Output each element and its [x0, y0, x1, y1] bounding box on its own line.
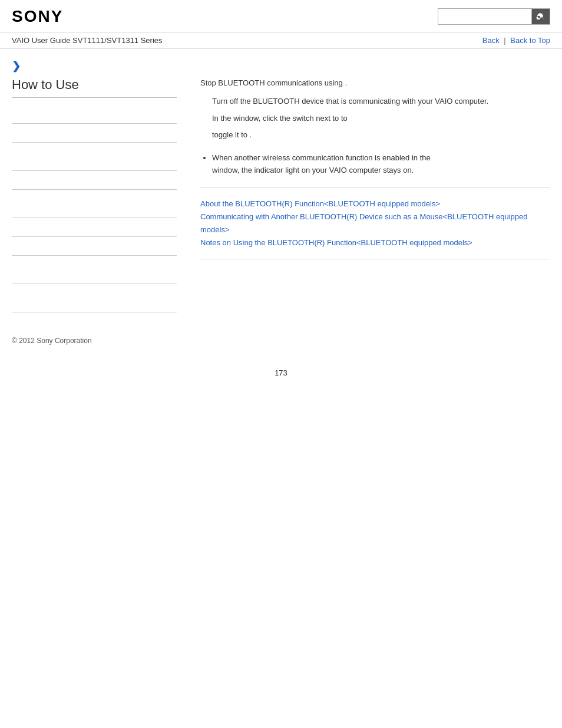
- step-3a-text: In the window, click the switch next to …: [212, 113, 550, 125]
- back-link[interactable]: Back: [482, 36, 500, 45]
- sidebar-gap: [12, 284, 177, 294]
- breadcrumb-chevron[interactable]: ❯: [12, 60, 21, 73]
- back-to-top-link[interactable]: Back to Top: [510, 36, 550, 45]
- search-button[interactable]: [531, 8, 550, 25]
- list-item: [12, 152, 177, 171]
- section-divider: [200, 187, 550, 188]
- sidebar-gap: [12, 256, 177, 265]
- footer: © 2012 Sony Corporation: [0, 312, 562, 357]
- nav-bar: VAIO User Guide SVT1111/SVT1311 Series B…: [0, 32, 562, 49]
- step-1-text: Stop BLUETOOTH communications using .: [200, 77, 550, 90]
- list-item: [12, 199, 177, 218]
- step-block-1: Stop BLUETOOTH communications using . Tu…: [200, 77, 550, 141]
- links-section: About the BLUETOOTH(R) Function<BLUETOOT…: [200, 197, 550, 249]
- guide-title: VAIO User Guide SVT1111/SVT1311 Series: [12, 36, 163, 45]
- list-item: [12, 237, 177, 256]
- page-number: 173: [0, 357, 562, 389]
- sidebar: How to Use: [12, 77, 189, 312]
- search-input[interactable]: [438, 8, 532, 25]
- step-3b-text: toggle it to .: [212, 129, 550, 141]
- header: SONY: [0, 0, 562, 32]
- bullet-item-1: When another wireless communication func…: [212, 152, 550, 177]
- content-link-2[interactable]: Communicating with Another BLUETOOTH(R) …: [200, 210, 550, 236]
- search-area: [438, 8, 550, 25]
- list-item: [12, 105, 177, 124]
- search-icon: [536, 12, 546, 21]
- copyright-text: © 2012 Sony Corporation: [12, 337, 92, 345]
- sony-logo: SONY: [12, 7, 63, 26]
- breadcrumb-area: ❯: [0, 49, 562, 77]
- nav-separator: |: [504, 36, 505, 45]
- section-divider-2: [200, 259, 550, 259]
- sidebar-gap: [12, 143, 177, 152]
- bullet-list: When another wireless communication func…: [212, 152, 550, 177]
- nav-links: Back | Back to Top: [482, 36, 550, 45]
- content-link-1[interactable]: About the BLUETOOTH(R) Function<BLUETOOT…: [200, 197, 550, 210]
- bullet-block: When another wireless communication func…: [200, 152, 550, 177]
- main-layout: How to Use Stop BLUETOOTH communications…: [0, 77, 562, 312]
- list-item: [12, 294, 177, 312]
- list-item: [12, 171, 177, 190]
- content-link-3[interactable]: Notes on Using the BLUETOOTH(R) Function…: [200, 236, 550, 249]
- list-item: [12, 265, 177, 284]
- list-item: [12, 124, 177, 143]
- sidebar-gap: [12, 190, 177, 199]
- list-item: [12, 218, 177, 237]
- step-2-text: Turn off the BLUETOOTH device that is co…: [212, 95, 550, 108]
- sidebar-title: How to Use: [12, 77, 177, 98]
- content-area: Stop BLUETOOTH communications using . Tu…: [189, 77, 550, 312]
